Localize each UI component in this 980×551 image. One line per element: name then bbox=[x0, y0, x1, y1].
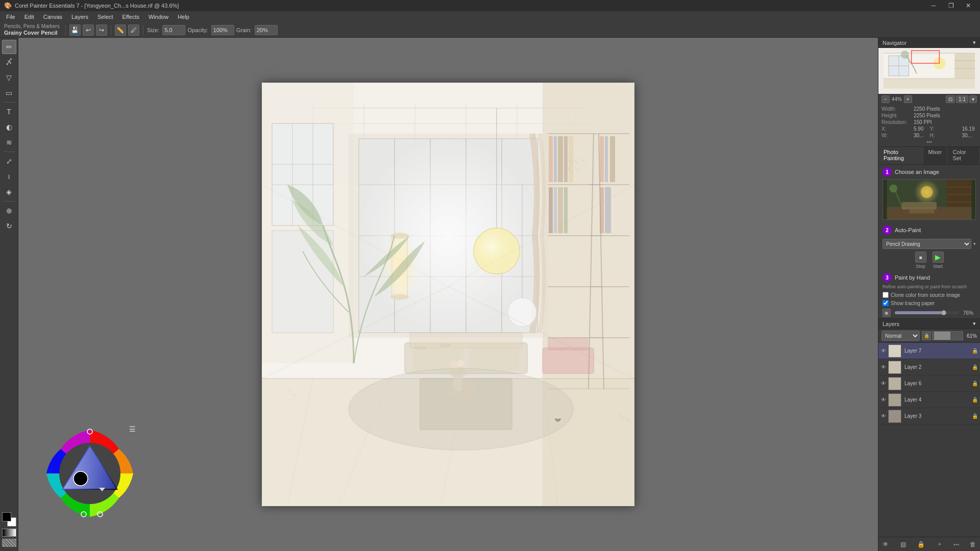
transform-tool-button[interactable]: ⤢ bbox=[2, 154, 16, 168]
window-controls: ─ ❐ ✕ bbox=[926, 1, 976, 10]
liquify-tool-button[interactable]: ≀ bbox=[2, 169, 16, 184]
layer-4-vis-icon[interactable]: 👁 bbox=[880, 397, 887, 403]
opacity-percent: 61% bbox=[964, 333, 977, 339]
layer-visibility-button[interactable]: 👁 bbox=[881, 540, 890, 549]
layer-row-2[interactable]: 👁 Layer 2 🔒 bbox=[878, 359, 980, 375]
restore-button[interactable]: ❐ bbox=[943, 1, 959, 10]
tab-color-set[interactable]: Color Set bbox=[947, 147, 980, 164]
w-value: 30... bbox=[914, 133, 923, 138]
clone-color-checkbox[interactable] bbox=[883, 292, 889, 298]
color-swatches[interactable] bbox=[2, 512, 16, 527]
svg-point-102 bbox=[74, 471, 88, 486]
airbrush-tool-button[interactable]: 〆 bbox=[2, 55, 16, 69]
size-input[interactable] bbox=[162, 25, 185, 35]
layer-preserve-btn[interactable]: 🔒 bbox=[922, 331, 931, 340]
tracing-slider-handle[interactable] bbox=[941, 310, 946, 315]
layer-row-3[interactable]: 👁 Layer 3 🔒 bbox=[878, 408, 980, 424]
zoom-fit-button[interactable]: ⊡ bbox=[946, 95, 955, 103]
menu-select[interactable]: Select bbox=[93, 13, 117, 21]
layer-3-thumb bbox=[888, 410, 901, 423]
close-button[interactable]: ✕ bbox=[961, 1, 976, 10]
canvas-artwork bbox=[262, 83, 634, 506]
pattern-swatch[interactable] bbox=[2, 539, 16, 547]
brush-tool-button[interactable]: ✏ bbox=[2, 40, 16, 54]
dropper-tool-button[interactable]: ▽ bbox=[2, 70, 16, 85]
zoom-in-button[interactable]: + bbox=[904, 95, 912, 103]
layer-6-vis-icon[interactable]: 👁 bbox=[880, 381, 887, 386]
navigator-controls: − 44% + ⊡ 1:1 ▾ bbox=[878, 94, 980, 105]
rotate-tool-button[interactable]: ↻ bbox=[2, 219, 16, 233]
eraser-tool-button[interactable]: ▭ bbox=[2, 86, 16, 100]
width-value: 2250 Pixels bbox=[914, 106, 940, 112]
layer-2-name: Layer 2 bbox=[903, 364, 970, 370]
nav-height-row: Height: 2250 Pixels bbox=[881, 113, 977, 118]
navigator-header[interactable]: Navigator ▾ bbox=[878, 38, 980, 48]
layer-new-button[interactable]: ＋ bbox=[936, 539, 944, 549]
nav-wh-row: W: 30... H: 30... bbox=[881, 133, 977, 138]
foreground-color-swatch[interactable] bbox=[2, 512, 11, 521]
layers-header: Layers ▾ bbox=[878, 319, 980, 329]
color-wheel[interactable] bbox=[44, 428, 136, 519]
layer-row-4[interactable]: 👁 Layer 4 🔒 bbox=[878, 392, 980, 408]
app-icon: 🎨 bbox=[4, 2, 12, 9]
show-tracing-label: Show tracing paper bbox=[891, 300, 935, 306]
menu-help[interactable]: Help bbox=[174, 13, 193, 21]
color-wheel-menu-icon[interactable]: ☰ bbox=[129, 425, 136, 433]
zoom-options-button[interactable]: ▾ bbox=[969, 95, 977, 103]
undo-button[interactable]: ↩ bbox=[83, 24, 94, 36]
select-arrow: ▾ bbox=[973, 241, 976, 246]
layer-3-vis-icon[interactable]: 👁 bbox=[880, 413, 887, 419]
layer-2-vis-icon[interactable]: 👁 bbox=[880, 364, 887, 370]
svg-rect-121 bbox=[878, 48, 980, 94]
opacity-input[interactable] bbox=[211, 25, 234, 35]
auto-paint-style-select[interactable]: Pencil Drawing bbox=[883, 239, 971, 249]
redo-button[interactable]: ↪ bbox=[96, 24, 107, 36]
x-label: X: bbox=[881, 126, 910, 132]
zoom-out-button[interactable]: − bbox=[881, 95, 890, 103]
show-tracing-checkbox[interactable] bbox=[883, 300, 889, 306]
tracing-slider-row: ▣ 76% bbox=[878, 307, 980, 318]
stop-button[interactable]: ■ bbox=[915, 252, 926, 263]
tracing-slider[interactable] bbox=[895, 311, 959, 314]
menu-effects[interactable]: Effects bbox=[118, 13, 143, 21]
save-button[interactable]: 💾 bbox=[69, 24, 81, 36]
reference-image[interactable] bbox=[883, 179, 976, 220]
layer-preserve-transparency-button[interactable]: ▧ bbox=[899, 540, 907, 549]
clone-tool-button[interactable]: ◈ bbox=[2, 185, 16, 199]
layer-4-thumb bbox=[888, 393, 901, 407]
smear-tool-button[interactable]: ≋ bbox=[2, 135, 16, 149]
fill-tool-button[interactable]: ◐ bbox=[2, 120, 16, 134]
tool-category: Pencils, Pens & Markers bbox=[4, 23, 60, 30]
layer-row-6[interactable]: 👁 Layer 6 🔒 bbox=[878, 375, 980, 392]
layer-delete-button[interactable]: 🗑 bbox=[969, 540, 977, 549]
tracing-slider-fill bbox=[895, 311, 944, 314]
layer-7-vis-icon[interactable]: 👁 bbox=[880, 348, 887, 354]
gradient-swatch[interactable] bbox=[2, 529, 16, 537]
minimize-button[interactable]: ─ bbox=[926, 1, 941, 10]
drawing-canvas[interactable] bbox=[262, 83, 634, 506]
nav-width-row: Width: 2250 Pixels bbox=[881, 106, 977, 112]
menu-edit[interactable]: Edit bbox=[20, 13, 38, 21]
tab-mixer[interactable]: Mixer bbox=[923, 147, 948, 164]
start-button[interactable]: ▶ bbox=[933, 252, 944, 263]
zoom-tool-button[interactable]: ⊕ bbox=[2, 204, 16, 218]
layer-row-7[interactable]: 👁 Layer 7 🔒 bbox=[878, 343, 980, 359]
blend-mode-select[interactable]: Normal bbox=[881, 331, 920, 341]
navigator-info: Width: 2250 Pixels Height: 2250 Pixels R… bbox=[878, 105, 980, 146]
layer-opacity-bar bbox=[932, 331, 963, 340]
menu-canvas[interactable]: Canvas bbox=[39, 13, 66, 21]
resolution-label: Resolution: bbox=[881, 119, 910, 125]
text-tool-button[interactable]: T bbox=[2, 105, 16, 119]
menu-layers[interactable]: Layers bbox=[67, 13, 92, 21]
tracing-icon: ▣ bbox=[883, 309, 891, 317]
layer-lock-button[interactable]: 🔒 bbox=[916, 540, 926, 549]
zoom-100-button[interactable]: 1:1 bbox=[956, 95, 968, 103]
step2-row: 2 Auto-Paint bbox=[878, 223, 980, 237]
tab-photo-painting[interactable]: Photo Painting bbox=[878, 147, 923, 164]
brush-options-button[interactable]: ✏️ bbox=[115, 24, 126, 36]
grain-input[interactable] bbox=[255, 25, 278, 35]
brush-picker-button[interactable]: 🖊 bbox=[128, 24, 139, 36]
menu-file[interactable]: File bbox=[2, 13, 19, 21]
right-panel: Navigator ▾ bbox=[878, 38, 980, 551]
menu-window[interactable]: Window bbox=[144, 13, 173, 21]
